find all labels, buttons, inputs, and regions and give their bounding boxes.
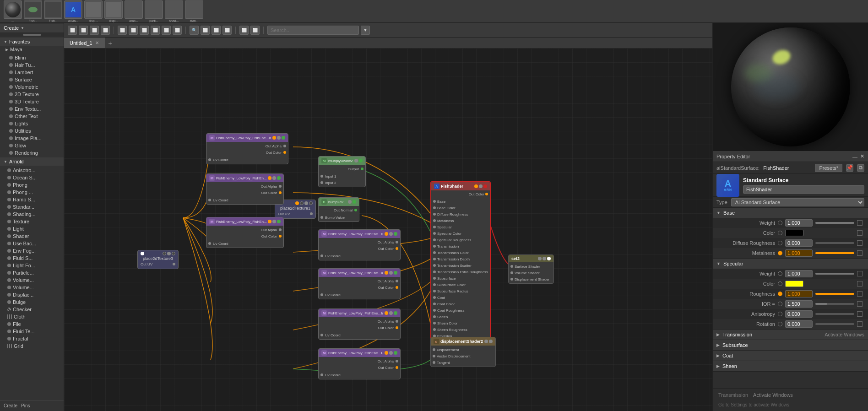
ior-pin[interactable]	[778, 302, 782, 306]
sidebar-item-shader[interactable]: Shader	[0, 233, 64, 240]
tab-add-btn[interactable]: +	[105, 39, 116, 47]
tab-close-btn[interactable]: ✕	[95, 40, 99, 45]
base-weight-input[interactable]	[785, 219, 813, 227]
sidebar-item-hair[interactable]: Hair Tu...	[0, 61, 64, 69]
thumb-sphere[interactable]	[4, 0, 22, 19]
ne-btn-14[interactable]: ⬜	[239, 26, 249, 35]
sidebar-item-cloth[interactable]: Cloth	[0, 313, 64, 320]
ior-slider[interactable]	[815, 303, 854, 305]
sidebar-item-maya[interactable]: ▶ Maya	[0, 46, 64, 53]
sidebar-item-rendering[interactable]: Rendering	[0, 149, 64, 157]
sidebar-item-volumetric[interactable]: Volumetric	[0, 83, 64, 91]
sidebar-item-lightfo[interactable]: Light Fo...	[0, 262, 64, 269]
ne-btn-12[interactable]: ⬜	[212, 26, 221, 35]
color-pin[interactable]	[778, 231, 782, 235]
node-bump2d2[interactable]: B bump2d2 Out Normal Bump Value	[318, 197, 359, 222]
ne-btn-13[interactable]: ⬜	[222, 26, 232, 35]
sidebar-item-ramp[interactable]: Ramp S...	[0, 196, 64, 203]
specular-weight-widget[interactable]	[857, 271, 863, 276]
diffuse-roughness-slider[interactable]	[815, 242, 854, 244]
section-specular-header[interactable]: ▼ Specular	[713, 259, 868, 269]
thumb-fish1[interactable]	[24, 0, 42, 19]
tab-untitled1[interactable]: Untitled_1 ✕	[64, 38, 105, 48]
sidebar-item-blinn[interactable]: Blinn	[0, 54, 64, 61]
sidebar-arnold-header[interactable]: ▼ Arnold	[0, 157, 64, 166]
search-input[interactable]	[267, 26, 359, 35]
ne-btn-5[interactable]: ⬜	[118, 26, 127, 35]
node-place2dtexture3[interactable]: place2dTexture3 Out UV	[137, 250, 179, 269]
specular-color-pin[interactable]	[778, 281, 782, 286]
ior-widget[interactable]	[857, 301, 863, 307]
section-sheen-header[interactable]: ▶ Sheen	[713, 361, 868, 371]
base-color-widget[interactable]	[857, 230, 863, 236]
weight-pin[interactable]	[778, 221, 782, 225]
specular-weight-slider[interactable]	[815, 273, 854, 275]
sidebar-item-bulge[interactable]: Bulge	[0, 298, 64, 306]
thumb-stan[interactable]	[185, 0, 203, 19]
node-multiplydivide2[interactable]: M multiplyDivide2 Output Input 1	[318, 156, 366, 187]
sidebar-item-volume[interactable]: Volume...	[0, 276, 64, 284]
roughness-pin[interactable]	[778, 292, 782, 296]
thumb-fish2[interactable]	[44, 0, 62, 19]
sidebar-item-texture[interactable]: Texture	[0, 218, 64, 225]
sidebar-item-usebac[interactable]: Use Bac...	[0, 240, 64, 247]
sidebar-item-file[interactable]: File	[0, 320, 64, 328]
node-texture-ao[interactable]: M FishEnemy_LowPoly_FishEn...ody_AO_Util…	[206, 173, 284, 205]
pe-close-icon[interactable]: ✕	[860, 153, 864, 159]
rotation-slider[interactable]	[815, 323, 854, 325]
metalness-slider[interactable]	[815, 252, 854, 254]
diffuse-roughness-widget[interactable]	[857, 240, 863, 246]
thumb-amb[interactable]	[125, 0, 143, 19]
sidebar-item-volume2[interactable]: Volume...	[0, 284, 64, 291]
sidebar-item-3dtexture[interactable]: 3D Texture	[0, 98, 64, 105]
sidebar-item-standard-shader[interactable]: Standar...	[0, 203, 64, 211]
section-transmission-header[interactable]: ▶ Transmission Activate Windows	[713, 330, 868, 340]
specular-weight-input[interactable]	[785, 270, 813, 277]
ne-btn-10[interactable]: ⬜	[173, 26, 182, 35]
ne-btn-7[interactable]: ⬜	[140, 26, 149, 35]
node-texture-normal[interactable]: M FishEnemy_LowPoly_FishEn...Normal_Util…	[206, 217, 284, 248]
node-texture-srgb2[interactable]: M FishEnemy_LowPoly_FishEne...lity - sRG…	[318, 229, 401, 260]
anisotropy-pin[interactable]	[778, 312, 782, 316]
section-base-header[interactable]: ▼ Base	[713, 208, 868, 218]
pe-copy-icon[interactable]: ⧉	[857, 164, 864, 172]
ne-search-dropdown[interactable]: ▼	[361, 26, 370, 35]
metalness-widget[interactable]	[857, 250, 863, 256]
base-weight-widget[interactable]	[857, 220, 863, 226]
section-coat-header[interactable]: ▶ Coat	[713, 351, 868, 361]
sidebar-item-ocean[interactable]: Ocean S...	[0, 174, 64, 181]
sidebar-item-2dtexture[interactable]: 2D Texture	[0, 91, 64, 98]
node-canvas[interactable]: place2dTexture3 Out UV place2dTexture1	[64, 49, 712, 411]
roughness-widget[interactable]	[857, 291, 863, 297]
sidebar-item-imagepla[interactable]: Image Pla...	[0, 135, 64, 142]
specular-weight-pin[interactable]	[778, 271, 782, 276]
sidebar-item-shading[interactable]: Shading...	[0, 211, 64, 218]
ne-btn-zoom[interactable]: 🔍	[190, 26, 199, 35]
sidebar-item-grid[interactable]: Grid	[0, 342, 64, 350]
diffuse-roughness-pin[interactable]	[778, 241, 782, 245]
ne-btn-4[interactable]: ⬜	[101, 26, 110, 35]
sidebar-favorites-header[interactable]: ▼ Favorites	[0, 38, 64, 46]
ne-btn-2[interactable]: ⬜	[79, 26, 88, 35]
base-weight-slider[interactable]	[815, 222, 854, 224]
sidebar-item-lights[interactable]: Lights	[0, 120, 64, 127]
sidebar-item-glow[interactable]: Glow	[0, 142, 64, 149]
anisotropy-input[interactable]	[785, 310, 813, 318]
section-subsurface-header[interactable]: ▶ Subsurface	[713, 340, 868, 350]
sidebar-item-envfog[interactable]: Env Fog...	[0, 247, 64, 254]
specular-color-widget[interactable]	[857, 281, 863, 287]
diffuse-roughness-input[interactable]	[785, 239, 813, 247]
sidebar-item-phong[interactable]: Phong	[0, 181, 64, 189]
ne-btn-11[interactable]: ⬜	[201, 26, 210, 35]
node-texture-height[interactable]: M FishEnemy_LowPoly_FishEne...Height_Uti…	[318, 348, 401, 379]
pe-pin-icon[interactable]: 📌	[846, 164, 853, 172]
sidebar-item-fluidsh[interactable]: Fluid S...	[0, 254, 64, 262]
anisotropy-slider[interactable]	[815, 313, 854, 315]
thumb-disp1[interactable]	[84, 0, 103, 19]
node-texture-roughness[interactable]: M FishEnemy_LowPoly_FishEne...ughness_Ut…	[318, 268, 401, 299]
sidebar-item-particle[interactable]: Particle...	[0, 269, 64, 276]
node-set2[interactable]: set2 Surface Shader Volume Shader Displa…	[508, 254, 554, 284]
metalness-pin[interactable]	[778, 251, 782, 255]
ne-btn-1[interactable]: ⬜	[68, 26, 77, 35]
sidebar-item-checker[interactable]: Checker	[0, 306, 64, 313]
